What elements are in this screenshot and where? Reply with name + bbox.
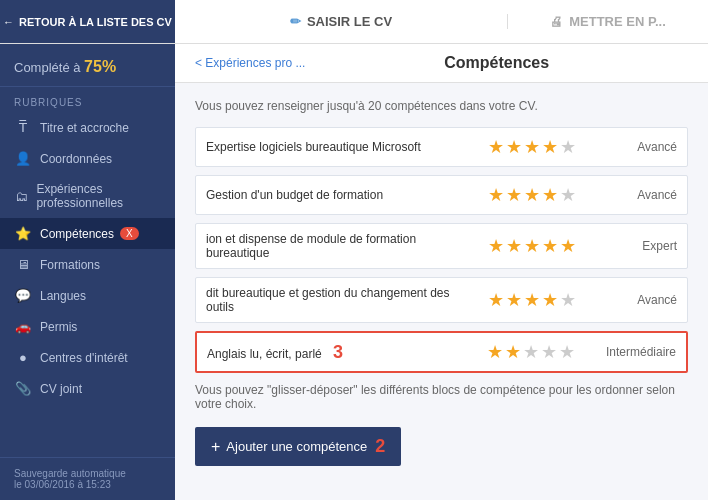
plus-icon: + [211,438,220,456]
star-5: ★ [559,341,575,363]
star-1: ★ [488,184,504,206]
star-1: ★ [487,341,503,363]
sidebar-item-label: Coordonnées [40,152,112,166]
completion-pct: 75% [84,58,116,75]
competence-row: ion et dispense de module de formation b… [195,223,688,269]
info-text: Vous pouvez renseigner jusqu'à 20 compét… [195,99,688,113]
competence-name: ion et dispense de module de formation b… [206,232,487,260]
star-4: ★ [542,235,558,257]
add-competence-button[interactable]: + Ajouter une compétence 2 [195,427,401,466]
page-title: Compétences [305,54,688,72]
back-arrow-icon: ← [3,16,14,28]
star-1: ★ [488,235,504,257]
add-button-label: Ajouter une compétence [226,439,367,454]
star-4: ★ [542,289,558,311]
coordonnees-icon: 👤 [14,151,32,166]
competence-name: Anglais lu, écrit, parlé 3 [207,342,486,363]
annotation-2: 2 [375,436,385,457]
competences-badge: X [120,227,139,240]
sidebar-item-label: Compétences [40,227,114,241]
star-5: ★ [560,235,576,257]
main-layout: Complété à 75% RUBRIQUES T̅ Titre et acc… [0,44,708,500]
competence-name: Gestion d'un budget de formation [206,188,487,202]
star-rating[interactable]: ★ ★ ★ ★ ★ [487,289,577,311]
sidebar-item-label: Langues [40,289,86,303]
competence-row: dit bureautique et gestion du changement… [195,277,688,323]
sidebar-item-cvjoint[interactable]: 📎 CV joint [0,373,175,404]
back-to-list-label: RETOUR À LA LISTE DES CV [19,16,172,28]
sidebar-item-label: Expériences professionnelles [36,182,161,210]
sidebar-item-formations[interactable]: 🖥 Formations [0,249,175,280]
sidebar-item-experiences[interactable]: 🗂 Expériences professionnelles [0,174,175,218]
sidebar-item-label: Centres d'intérêt [40,351,128,365]
annotation-3: 3 [333,342,343,363]
sidebar-item-titre[interactable]: T̅ Titre et accroche [0,112,175,143]
centres-icon: ● [14,350,32,365]
permis-icon: 🚗 [14,319,32,334]
star-2: ★ [506,235,522,257]
competence-row-highlighted: Anglais lu, écrit, parlé 3 ★ ★ ★ ★ ★ Int… [195,331,688,373]
sidebar-item-permis[interactable]: 🚗 Permis [0,311,175,342]
competence-level: Intermédiaire [586,345,676,359]
content-body: Vous pouvez renseigner jusqu'à 20 compét… [175,83,708,482]
competence-level: Avancé [587,293,677,307]
star-3: ★ [524,289,540,311]
star-5: ★ [560,184,576,206]
star-1: ★ [488,289,504,311]
competence-row: Gestion d'un budget de formation ★ ★ ★ ★… [195,175,688,215]
sidebar-item-label: Titre et accroche [40,121,129,135]
formations-icon: 🖥 [14,257,32,272]
experiences-icon: 🗂 [14,189,28,204]
star-2: ★ [506,136,522,158]
sidebar-item-competences[interactable]: ⭐ Compétences X [0,218,175,249]
competence-level: Avancé [587,140,677,154]
save-label: Sauvegarde automatique [14,468,161,479]
sidebar-section-label: RUBRIQUES [0,87,175,112]
saisir-cv-tab[interactable]: ✏ SAISIR LE CV [175,14,508,29]
competence-row: Expertise logiciels bureautique Microsof… [195,127,688,167]
competence-name: Expertise logiciels bureautique Microsof… [206,140,487,154]
completion-label: Complété à [14,60,80,75]
right-tab-label: METTRE EN P... [569,14,666,29]
competence-level: Avancé [587,188,677,202]
star-rating[interactable]: ★ ★ ★ ★ ★ [487,136,577,158]
sidebar-item-langues[interactable]: 💬 Langues [0,280,175,311]
content-area: < Expériences pro ... Compétences Vous p… [175,44,708,500]
star-2: ★ [506,289,522,311]
sidebar: Complété à 75% RUBRIQUES T̅ Titre et acc… [0,44,175,500]
truck-icon: 🖨 [550,14,563,29]
back-to-list-button[interactable]: ← RETOUR À LA LISTE DES CV [0,0,175,43]
top-bar: ← RETOUR À LA LISTE DES CV ✏ SAISIR LE C… [0,0,708,44]
breadcrumb-back-link[interactable]: < Expériences pro ... [195,56,305,70]
sidebar-bottom: Sauvegarde automatique le 03/06/2016 à 1… [0,457,175,500]
competence-level: Expert [587,239,677,253]
sidebar-item-coordonnees[interactable]: 👤 Coordonnées [0,143,175,174]
star-5: ★ [560,289,576,311]
sidebar-item-label: Formations [40,258,100,272]
star-3: ★ [524,184,540,206]
star-rating[interactable]: ★ ★ ★ ★ ★ [487,235,577,257]
star-4: ★ [542,136,558,158]
content-nav: < Expériences pro ... Compétences [175,44,708,83]
star-5: ★ [560,136,576,158]
star-2: ★ [505,341,521,363]
sidebar-item-label: Permis [40,320,77,334]
center-tab-label: SAISIR LE CV [307,14,392,29]
star-3: ★ [524,136,540,158]
star-rating[interactable]: ★ ★ ★ ★ ★ [486,341,576,363]
save-date: le 03/06/2016 à 15:23 [14,479,161,490]
mettre-en-p-tab[interactable]: 🖨 METTRE EN P... [508,14,708,29]
star-3: ★ [524,235,540,257]
completion-section: Complété à 75% [0,44,175,87]
competence-name: dit bureautique et gestion du changement… [206,286,487,314]
langues-icon: 💬 [14,288,32,303]
sidebar-item-centres[interactable]: ● Centres d'intérêt [0,342,175,373]
cvjoint-icon: 📎 [14,381,32,396]
drag-info-text: Vous pouvez "glisser-déposer" les différ… [195,383,688,411]
star-3: ★ [523,341,539,363]
sidebar-item-label: CV joint [40,382,82,396]
star-2: ★ [506,184,522,206]
competences-icon: ⭐ [14,226,32,241]
star-rating[interactable]: ★ ★ ★ ★ ★ [487,184,577,206]
star-1: ★ [488,136,504,158]
